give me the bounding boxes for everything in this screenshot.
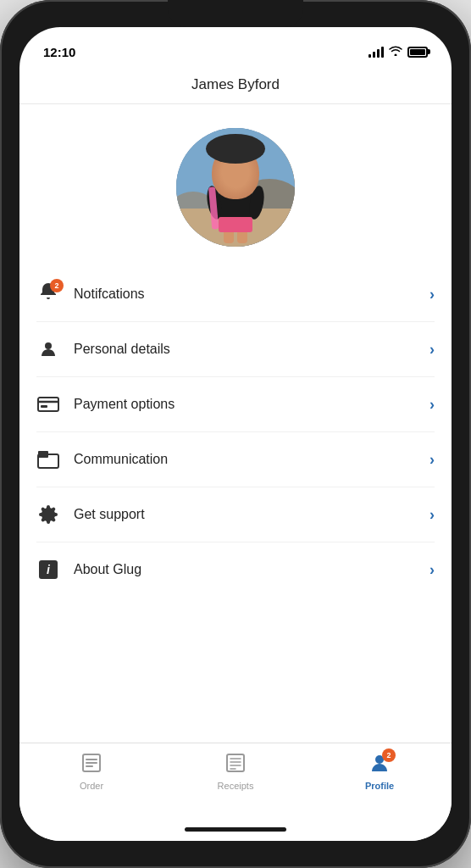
page-title: James Byford (191, 76, 280, 92)
receipts-tab-icon (224, 752, 247, 774)
menu-item-left: Payment options (36, 392, 175, 416)
tab-profile-icon-wrap: 2 (368, 752, 391, 777)
card-icon (37, 396, 59, 413)
page-header: James Byford (19, 68, 452, 104)
status-icons (368, 45, 428, 58)
about-chevron: › (429, 561, 435, 579)
support-label: Get support (74, 507, 145, 522)
info-icon: i (39, 560, 58, 579)
tab-bar: Order Receipts (19, 743, 452, 817)
menu-item-left: 2 Notifcations (36, 282, 145, 306)
menu-item-left: Get support (36, 503, 145, 526)
payment-chevron: › (429, 396, 435, 414)
menu-item-personal-details[interactable]: Personal details › (36, 322, 435, 377)
notification-icon-wrap: 2 (36, 282, 60, 306)
menu-item-left: i About Glug (36, 558, 141, 581)
phone-frame: 12:10 James Byford (0, 0, 471, 868)
menu-item-left: Personal details (36, 337, 170, 361)
svg-point-17 (219, 145, 252, 162)
wifi-icon (389, 45, 402, 58)
avatar (176, 128, 295, 247)
avatar-svg (176, 128, 295, 247)
order-tab-icon (80, 752, 103, 774)
menu-item-payment[interactable]: Payment options › (36, 377, 435, 432)
menu-item-notifications[interactable]: 2 Notifcations › (36, 267, 435, 322)
phone-screen: 12:10 James Byford (19, 27, 452, 841)
tab-order-icon-wrap (80, 752, 103, 777)
svg-rect-22 (41, 405, 47, 408)
notifications-chevron: › (429, 286, 435, 303)
avatar-image (176, 128, 295, 247)
svg-rect-9 (219, 217, 252, 232)
svg-point-19 (45, 342, 52, 349)
gear-icon-wrap (36, 503, 60, 526)
battery-icon (407, 47, 428, 58)
tab-order[interactable]: Order (19, 752, 163, 791)
about-label: About Glug (74, 562, 141, 577)
menu-item-support[interactable]: Get support › (36, 487, 435, 542)
status-bar: 12:10 (19, 27, 452, 68)
personal-details-chevron: › (429, 341, 435, 359)
avatar-section (19, 104, 452, 267)
tab-receipts-icon-wrap (224, 752, 247, 777)
phone-notch (168, 0, 303, 27)
order-tab-label: Order (80, 781, 103, 791)
svg-point-11 (219, 150, 252, 187)
support-chevron: › (429, 506, 435, 524)
svg-rect-12 (224, 165, 234, 172)
communication-label: Communication (74, 452, 168, 467)
home-bar (185, 827, 286, 832)
receipts-tab-label: Receipts (218, 781, 254, 791)
person-icon-wrap (36, 337, 60, 361)
notifications-label: Notifcations (74, 287, 145, 302)
svg-rect-10 (230, 177, 241, 190)
status-time: 12:10 (43, 45, 75, 59)
gear-icon (38, 504, 58, 525)
person-icon (38, 339, 58, 359)
tab-profile[interactable]: 2 Profile (308, 752, 452, 791)
info-icon-wrap: i (36, 558, 60, 581)
content-area: 2 Notifcations › (19, 104, 452, 743)
payment-label: Payment options (74, 397, 175, 412)
svg-rect-20 (38, 398, 58, 411)
home-indicator (19, 817, 452, 841)
menu-item-left: Communication (36, 448, 168, 471)
menu-item-communication[interactable]: Communication › (36, 432, 435, 487)
svg-rect-13 (237, 165, 247, 172)
notification-badge: 2 (50, 279, 64, 292)
menu-item-about[interactable]: i About Glug › (36, 542, 435, 597)
tab-receipts[interactable]: Receipts (163, 752, 308, 791)
chat-icon-wrap (36, 448, 60, 471)
signal-icon (368, 46, 384, 58)
profile-tab-label: Profile (365, 781, 394, 791)
personal-details-label: Personal details (74, 342, 170, 357)
menu-list: 2 Notifcations › (19, 267, 452, 597)
chat-icon (37, 450, 59, 469)
communication-chevron: › (429, 451, 435, 469)
svg-rect-24 (38, 451, 48, 458)
card-icon-wrap (36, 392, 60, 416)
profile-tab-badge: 2 (382, 748, 396, 762)
